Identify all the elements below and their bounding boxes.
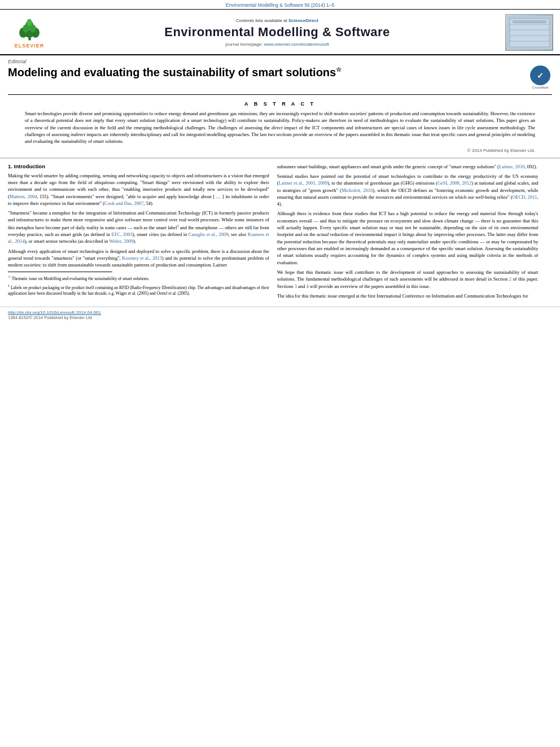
article-body: 1. Introduction Making the world smarter…: [0, 158, 560, 307]
journal-header: ELSEVIER Contents lists available at Sci…: [0, 10, 560, 55]
svg-point-5: [23, 24, 29, 32]
left-column: 1. Introduction Making the world smarter…: [8, 163, 269, 303]
article-title-sup: ☆: [336, 66, 342, 73]
crossmark-icon: ✓: [530, 65, 550, 85]
science-direct-line: Contents lists available at ScienceDirec…: [58, 18, 497, 23]
intro-heading: 1. Introduction: [8, 163, 269, 169]
science-direct-link[interactable]: ScienceDirect: [288, 18, 318, 23]
journal-citation-bar: Environmental Modelling & Software 56 (2…: [0, 0, 560, 10]
footnote-2: 1 Labels on product packaging or the pro…: [8, 283, 269, 297]
issn-line: 1364-8152/© 2014 Published by Elsevier L…: [8, 315, 552, 320]
svg-point-7: [27, 19, 32, 27]
svg-rect-14: [513, 20, 546, 23]
doi-link[interactable]: http://dx.doi.org/10.1016/j.envsoft.2014…: [8, 310, 101, 315]
crossmark-badge[interactable]: ✓ CrossMark: [528, 65, 552, 89]
abstract-heading: A B S T R A C T: [8, 101, 552, 107]
journal-title: Environmental Modelling & Software: [58, 25, 497, 40]
article-title: Modeling and evaluating the sustainabili…: [8, 65, 523, 79]
article-type-label: Editorial: [8, 59, 552, 64]
journal-citation: Environmental Modelling & Software 56 (2…: [226, 2, 334, 8]
right-para-2: Seminal studies have pointed out the pot…: [277, 173, 539, 208]
article-meta: Editorial Modeling and evaluating the su…: [0, 55, 560, 91]
title-divider: [8, 94, 552, 95]
article-title-row: Modeling and evaluating the sustainabili…: [8, 65, 552, 89]
copyright-notice: © 2014 Published by Elsevier Ltd.: [8, 148, 535, 153]
corner-journal-image: [502, 14, 553, 51]
right-para-3: Although there is evidence from these st…: [277, 210, 539, 266]
elsevier-brand-text: ELSEVIER: [15, 43, 45, 49]
abstract-section: A B S T R A C T Smart technologies provi…: [0, 98, 560, 158]
journal-cover-thumbnail: [505, 14, 553, 51]
abstract-body: Smart technologies provide diverse and p…: [25, 110, 535, 145]
intro-para-1: Making the world smarter by adding compu…: [8, 172, 269, 207]
journal-center: Contents lists available at ScienceDirec…: [52, 18, 502, 47]
journal-homepage: journal homepage: www.elsevier.com/locat…: [58, 42, 497, 47]
abstract-text-content: Smart technologies provide diverse and p…: [25, 111, 535, 144]
footnote-divider: [8, 272, 112, 272]
crossmark-label: CrossMark: [532, 86, 548, 89]
intro-para-3: Although every application of smart tech…: [8, 248, 269, 269]
doi-section: http://dx.doi.org/10.1016/j.envsoft.2014…: [0, 307, 560, 321]
right-para-1: subsumes smart buildings, smart applianc…: [277, 163, 539, 170]
intro-para-2: "Smartness" became a metaphor for the in…: [8, 209, 269, 244]
elsevier-tree-icon: [14, 16, 45, 42]
right-column: subsumes smart buildings, smart applianc…: [277, 163, 539, 303]
homepage-url[interactable]: www.elsevier.com/locate/envsoft: [264, 42, 329, 47]
elsevier-logo: ELSEVIER: [7, 16, 52, 49]
svg-point-6: [29, 24, 36, 32]
right-para-4: We hope that this thematic issue will co…: [277, 269, 539, 290]
footnote-1: ☆ Thematic issue on Modelling and evalua…: [8, 274, 269, 282]
right-para-5: The idea for this thematic issue emerged…: [277, 292, 539, 299]
